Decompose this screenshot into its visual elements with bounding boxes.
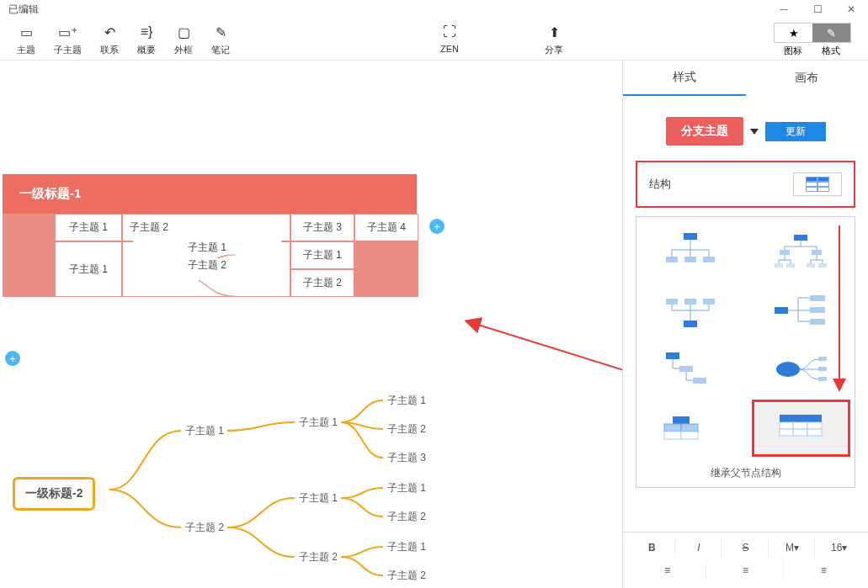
- svg-rect-21: [693, 378, 706, 384]
- add-node-button[interactable]: +: [5, 351, 20, 366]
- svg-point-22: [776, 362, 800, 377]
- icon-tab-button[interactable]: ★: [775, 24, 812, 42]
- map1-title[interactable]: 一级标题-1: [3, 174, 417, 214]
- svg-rect-19: [666, 352, 679, 359]
- close-button[interactable]: ✕: [834, 0, 868, 19]
- table-cell[interactable]: 子主题 3: [290, 214, 354, 241]
- tab-style[interactable]: 样式: [623, 61, 746, 96]
- table-cell[interactable]: 子主题 1: [55, 241, 122, 297]
- title-bar: 已编辑: [0, 0, 868, 19]
- format-toolbar: B I S M ▾ 16 ▾ ≡ ≡ ≡: [623, 532, 868, 588]
- table-cell-branch[interactable]: 子主题 1 子主题 1 子主题 2: [122, 241, 290, 297]
- window-buttons: ─ ☐ ✕: [767, 0, 868, 19]
- svg-rect-6: [812, 250, 822, 255]
- svg-rect-18: [810, 319, 825, 325]
- svg-rect-17: [810, 307, 825, 313]
- structure-option-selected[interactable]: [754, 402, 849, 454]
- tab-canvas[interactable]: 画布: [746, 61, 869, 96]
- bold-button[interactable]: B: [630, 538, 675, 558]
- structure-section: 结构: [636, 161, 855, 208]
- right-toggle: ★ ✎: [774, 23, 851, 43]
- svg-rect-0: [684, 233, 697, 240]
- structure-option[interactable]: [643, 284, 738, 336]
- theme-icon: ▭: [19, 24, 34, 40]
- summary-icon: ≡}: [139, 24, 154, 40]
- svg-rect-1: [666, 257, 678, 262]
- table-cell[interactable]: 子主题 4: [354, 214, 418, 241]
- svg-rect-30: [681, 432, 698, 439]
- maximize-button[interactable]: ☐: [801, 0, 834, 19]
- zen-icon: ⛶: [442, 24, 457, 40]
- zen-button[interactable]: ⛶ZEN: [440, 23, 459, 54]
- border-button[interactable]: ▢外框: [174, 23, 193, 56]
- svg-rect-26: [673, 416, 690, 424]
- title-text: 已编辑: [8, 3, 39, 17]
- svg-rect-10: [818, 263, 827, 268]
- relation-icon: ↶: [102, 24, 117, 40]
- svg-rect-13: [684, 299, 696, 305]
- svg-rect-8: [786, 263, 795, 268]
- border-icon: ▢: [176, 24, 191, 40]
- align-center-button[interactable]: ≡: [708, 560, 785, 580]
- align-right-button[interactable]: ≡: [785, 560, 861, 580]
- svg-rect-36: [793, 429, 807, 436]
- update-button[interactable]: 更新: [765, 122, 826, 141]
- subtheme-icon: ▭⁺: [61, 24, 76, 40]
- note-button[interactable]: ✎笔记: [211, 23, 230, 56]
- structure-option[interactable]: [643, 225, 738, 278]
- svg-rect-5: [780, 250, 790, 255]
- add-node-button[interactable]: +: [429, 219, 445, 234]
- canvas[interactable]: 一级标题-1 子主题 1 子主题 2 子主题 3 子主题 4 子主题 1 子主题…: [0, 61, 622, 588]
- align-left-button[interactable]: ≡: [630, 560, 706, 580]
- structure-option[interactable]: [643, 402, 738, 454]
- svg-rect-25: [818, 377, 827, 381]
- table-cell[interactable]: 子主题 1: [290, 241, 354, 269]
- svg-rect-2: [684, 257, 696, 262]
- sidebar: 样式 画布 分支主题 更新 结构: [622, 61, 868, 588]
- structure-dropdown[interactable]: [793, 172, 842, 196]
- svg-rect-27: [664, 424, 681, 432]
- map1-table-node[interactable]: 一级标题-1 子主题 1 子主题 2 子主题 3 子主题 4 子主题 1 子主题…: [3, 174, 417, 297]
- svg-rect-37: [807, 429, 822, 436]
- svg-rect-14: [703, 299, 715, 305]
- subtheme-button[interactable]: ▭⁺子主题: [54, 23, 82, 56]
- svg-rect-31: [780, 415, 822, 422]
- table-cell[interactable]: 子主题 2: [122, 214, 290, 241]
- svg-rect-33: [793, 422, 807, 429]
- svg-rect-7: [775, 263, 783, 268]
- svg-rect-23: [818, 357, 827, 361]
- minimize-button[interactable]: ─: [767, 0, 801, 19]
- toolbar: ▭主题 ▭⁺子主题 ↶联系 ≡}概要 ▢外框 ✎笔记 ⛶ZEN ⬆分享 ★ ✎ …: [0, 19, 868, 61]
- structure-picker: 继承父节点结构: [636, 216, 855, 488]
- branch-theme-button[interactable]: 分支主题: [666, 117, 743, 146]
- share-button[interactable]: ⬆分享: [545, 23, 563, 56]
- format-tab-button[interactable]: ✎: [812, 24, 850, 42]
- map2-root[interactable]: 一级标题-2: [13, 477, 95, 511]
- svg-rect-11: [684, 320, 697, 327]
- svg-rect-12: [666, 299, 678, 305]
- size-button[interactable]: 16 ▾: [817, 538, 861, 558]
- strike-button[interactable]: S: [723, 538, 769, 558]
- svg-rect-15: [775, 307, 788, 314]
- table-cell[interactable]: 子主题 2: [290, 269, 354, 297]
- svg-rect-34: [807, 422, 822, 429]
- structure-option[interactable]: [754, 343, 849, 395]
- m-button[interactable]: M ▾: [770, 538, 816, 558]
- svg-rect-9: [807, 263, 815, 268]
- svg-rect-35: [780, 429, 793, 436]
- italic-button[interactable]: I: [677, 538, 722, 558]
- dropdown-icon[interactable]: [750, 129, 759, 135]
- relation-button[interactable]: ↶联系: [100, 23, 119, 56]
- table-cell[interactable]: 子主题 1: [55, 214, 122, 241]
- theme-button[interactable]: ▭主题: [17, 23, 35, 56]
- svg-rect-4: [794, 235, 807, 241]
- structure-option[interactable]: [643, 343, 738, 395]
- structure-option[interactable]: [754, 284, 849, 336]
- svg-rect-29: [664, 432, 681, 439]
- structure-option[interactable]: [754, 225, 849, 278]
- share-icon: ⬆: [546, 24, 562, 40]
- inherit-label: 继承父节点结构: [643, 454, 848, 480]
- svg-rect-28: [681, 424, 698, 432]
- summary-button[interactable]: ≡}概要: [137, 23, 156, 56]
- structure-label: 结构: [649, 177, 793, 192]
